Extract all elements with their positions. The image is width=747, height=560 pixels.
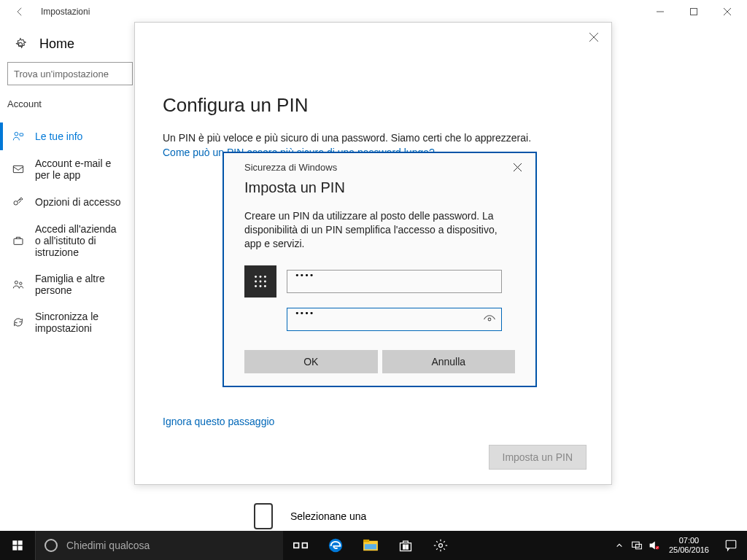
sync-icon xyxy=(12,316,25,329)
svg-rect-46 xyxy=(726,540,736,548)
security-close-button[interactable] xyxy=(509,159,525,175)
svg-point-11 xyxy=(20,282,22,284)
nav-work-access[interactable]: Accedi all'azienda o all'istituto di ist… xyxy=(7,216,126,265)
volume-icon[interactable] xyxy=(646,531,663,560)
overlay-title: Configura un PIN xyxy=(163,94,584,117)
svg-point-22 xyxy=(255,285,257,287)
nav-label: Accedi all'azienda o all'istituto di ist… xyxy=(35,223,122,258)
svg-point-19 xyxy=(255,280,257,282)
svg-point-21 xyxy=(264,280,266,282)
svg-rect-38 xyxy=(406,545,409,547)
svg-point-5 xyxy=(15,132,18,136)
svg-rect-7 xyxy=(13,166,23,172)
svg-point-17 xyxy=(260,276,262,278)
security-title: Imposta un PIN xyxy=(244,179,515,196)
svg-rect-43 xyxy=(635,544,641,548)
tray-chevron-icon[interactable] xyxy=(611,531,628,560)
svg-rect-26 xyxy=(12,540,17,545)
nav-label: Sincronizza le impostazioni xyxy=(35,311,122,334)
taskbar-settings-icon[interactable] xyxy=(423,531,458,560)
svg-point-8 xyxy=(14,201,18,205)
file-explorer-icon[interactable] xyxy=(353,531,388,560)
svg-rect-1 xyxy=(691,9,697,15)
taskbar: Chiedimi qualcosa xyxy=(0,531,747,560)
keypad-icon xyxy=(244,265,276,298)
ok-button[interactable]: OK xyxy=(244,350,378,373)
svg-rect-28 xyxy=(12,546,17,551)
nav-family[interactable]: Famiglia e altre persone xyxy=(7,265,126,303)
nav-signin-options[interactable]: Opzioni di accesso xyxy=(7,188,126,216)
overlay-desc: Un PIN è più veloce e più sicuro di una … xyxy=(163,131,584,146)
svg-rect-6 xyxy=(20,133,23,136)
svg-rect-40 xyxy=(406,548,409,550)
task-view-button[interactable] xyxy=(283,531,318,560)
set-pin-button[interactable]: Imposta un PIN xyxy=(489,445,587,470)
window-title: Impostazioni xyxy=(41,7,90,17)
gear-icon xyxy=(13,37,28,52)
edge-icon[interactable] xyxy=(318,531,353,560)
svg-rect-35 xyxy=(365,544,376,549)
seleziona-hint: Selezionane una xyxy=(254,503,366,529)
mail-icon xyxy=(12,163,25,176)
nav-email-accounts[interactable]: Account e-mail e per le app xyxy=(7,150,126,188)
security-desc: Creare un PIN da utilizzare al posto del… xyxy=(244,209,515,251)
people-icon xyxy=(12,278,25,291)
action-center-icon[interactable] xyxy=(715,531,747,560)
svg-point-16 xyxy=(255,276,257,278)
cortana-search[interactable]: Chiedimi qualcosa xyxy=(35,531,283,560)
nav-label: Le tue info xyxy=(35,131,82,142)
nav-label: Famiglia e altre persone xyxy=(35,273,122,296)
home-label[interactable]: Home xyxy=(39,36,74,52)
sidebar: Trova un'impostazione Account Le tue inf… xyxy=(0,62,133,341)
overlay-close-button[interactable] xyxy=(581,27,607,47)
svg-rect-39 xyxy=(403,548,406,550)
back-button[interactable] xyxy=(12,4,28,20)
svg-rect-29 xyxy=(18,546,23,551)
svg-rect-34 xyxy=(363,540,369,542)
key-icon xyxy=(12,195,25,209)
minimize-button[interactable] xyxy=(643,0,677,23)
svg-point-25 xyxy=(488,318,491,321)
svg-point-10 xyxy=(15,281,18,284)
pin-input[interactable]: •••• xyxy=(287,270,502,293)
cortana-icon xyxy=(44,539,58,552)
start-button[interactable] xyxy=(0,531,35,560)
briefcase-icon xyxy=(12,234,25,247)
svg-point-18 xyxy=(264,276,266,278)
svg-point-23 xyxy=(260,285,262,287)
svg-point-20 xyxy=(260,280,262,282)
device-icon xyxy=(254,503,273,529)
windows-security-dialog: Sicurezza di Windows Imposta un PIN Crea… xyxy=(222,152,537,387)
nav-sync[interactable]: Sincronizza le impostazioni xyxy=(7,303,126,341)
svg-rect-31 xyxy=(303,543,308,548)
maximize-button[interactable] xyxy=(677,0,711,23)
close-button[interactable] xyxy=(711,0,744,23)
nav-label: Account e-mail e per le app xyxy=(35,158,122,181)
svg-rect-27 xyxy=(18,540,23,545)
category-label: Account xyxy=(7,98,126,109)
security-header: Sicurezza di Windows xyxy=(244,162,337,173)
pin-confirm-input[interactable]: •••• xyxy=(287,308,502,331)
svg-rect-30 xyxy=(294,543,299,548)
nav-label: Opzioni di accesso xyxy=(35,196,121,208)
svg-rect-9 xyxy=(14,238,23,244)
titlebar: Impostazioni xyxy=(0,0,747,23)
svg-point-24 xyxy=(264,285,266,287)
reveal-password-icon[interactable] xyxy=(483,313,496,326)
cancel-button[interactable]: Annulla xyxy=(382,350,516,373)
svg-rect-36 xyxy=(400,543,411,551)
svg-point-41 xyxy=(439,544,443,548)
taskbar-clock[interactable]: 07:00 25/06/2016 xyxy=(663,536,715,555)
person-icon xyxy=(12,130,25,143)
network-icon[interactable] xyxy=(628,531,646,560)
nav-your-info[interactable]: Le tue info xyxy=(7,122,126,150)
skip-link[interactable]: Ignora questo passaggio xyxy=(163,416,274,427)
store-icon[interactable] xyxy=(388,531,423,560)
search-input[interactable]: Trova un'impostazione xyxy=(7,62,133,85)
svg-rect-37 xyxy=(403,545,406,547)
